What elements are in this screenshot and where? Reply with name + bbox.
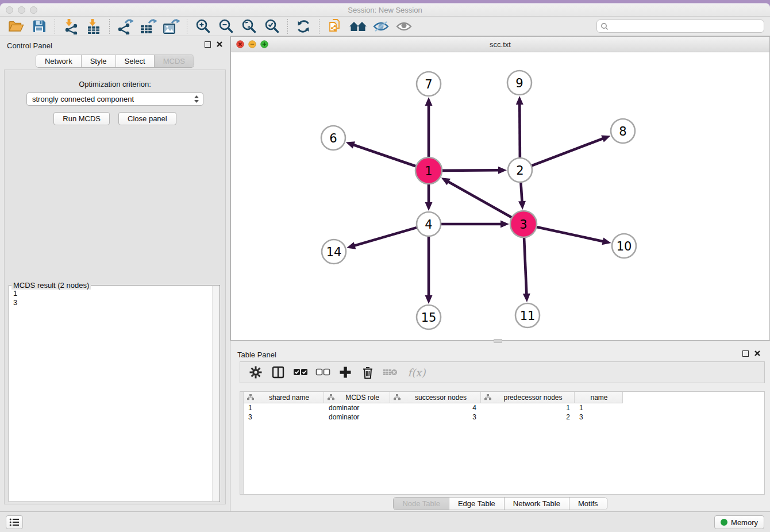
graph-node-label: 3 — [519, 218, 527, 232]
column-header-successor-nodes[interactable]: successor nodes — [390, 392, 481, 403]
home-view-button[interactable] — [348, 18, 368, 35]
column-header-shared-name[interactable]: shared name — [244, 392, 324, 403]
edge-2-3[interactable] — [521, 182, 522, 202]
column-header-name[interactable]: name — [575, 392, 623, 403]
network-canvas[interactable]: 7968124314101511 — [231, 52, 769, 340]
zoom-selected-button[interactable] — [261, 18, 282, 35]
edge-3-10[interactable] — [536, 227, 603, 241]
tab-network[interactable]: Network — [36, 55, 81, 67]
graph-node-label: 4 — [425, 218, 432, 232]
tab-network-table[interactable]: Network Table — [504, 498, 569, 510]
optimization-criterion-label: Optimization criterion: — [5, 80, 225, 88]
table-panel: Table Panel — [230, 345, 770, 512]
task-history-button[interactable] — [6, 515, 23, 529]
import-network-icon — [63, 18, 79, 34]
tab-select[interactable]: Select — [116, 55, 154, 67]
mcds-result-line: 3 — [13, 298, 220, 307]
criterion-dropdown[interactable]: strongly connected component — [26, 92, 203, 106]
duplicate-network-button[interactable] — [325, 18, 345, 35]
graph-node-label: 7 — [425, 78, 432, 91]
arrowhead-icon — [500, 221, 509, 228]
toolbar-separator — [187, 19, 187, 34]
cell-shared-name[interactable]: 1 — [244, 403, 324, 413]
hide-selected-button[interactable] — [371, 18, 391, 35]
arrowhead-icon — [425, 202, 433, 211]
column-header-MCDS-role[interactable]: MCDS role — [324, 392, 390, 403]
result-scrollbar[interactable] — [212, 286, 220, 501]
float-panel-icon[interactable] — [205, 41, 211, 48]
table-settings-button[interactable] — [247, 364, 264, 381]
fx-icon: f(x) — [408, 367, 426, 379]
tab-motifs[interactable]: Motifs — [569, 498, 607, 510]
status-bar: Memory — [0, 511, 770, 532]
plus-icon — [339, 366, 352, 379]
control-panel-title: Control Panel — [7, 41, 52, 50]
cell-name[interactable]: 1 — [575, 403, 623, 413]
close-table-panel-icon[interactable] — [754, 350, 761, 357]
graph-node-label: 11 — [520, 309, 536, 323]
cell-shared-name[interactable]: 3 — [244, 413, 324, 422]
delete-column-button[interactable] — [359, 364, 376, 381]
export-network-button[interactable] — [115, 18, 136, 35]
open-folder-icon — [8, 19, 24, 34]
create-column-button[interactable] — [337, 364, 354, 381]
memory-button[interactable]: Memory — [714, 515, 764, 529]
cell-predecessor-nodes[interactable]: 2 — [481, 413, 575, 422]
import-network-button[interactable] — [60, 18, 81, 35]
table-row[interactable]: 1dominator411 — [244, 403, 623, 413]
edge-1-2[interactable] — [442, 170, 499, 171]
cell-MCDS-role[interactable]: dominator — [324, 403, 390, 413]
divider-handle-icon[interactable] — [494, 339, 502, 343]
tab-mcds[interactable]: MCDS — [154, 55, 194, 67]
cell-successor-nodes[interactable]: 4 — [390, 403, 481, 413]
refresh-layout-button[interactable] — [293, 18, 314, 35]
export-table-button[interactable] — [138, 18, 159, 35]
network-window-titlebar[interactable]: scc.txt — [231, 37, 769, 52]
edge-3-11[interactable] — [524, 237, 526, 294]
search-field[interactable] — [596, 20, 764, 33]
edge-4-14[interactable] — [355, 228, 417, 246]
search-input[interactable] — [611, 20, 764, 32]
toolbar-separator — [109, 19, 110, 34]
show-all-button[interactable] — [394, 18, 414, 35]
cell-successor-nodes[interactable]: 3 — [390, 413, 481, 422]
arrowhead-icon — [518, 201, 526, 210]
cell-MCDS-role[interactable]: dominator — [324, 413, 390, 422]
node-table[interactable]: shared nameMCDS rolesuccessor nodesprede… — [240, 391, 765, 495]
table-row[interactable]: 3dominator323 — [244, 413, 623, 422]
zoom-out-icon — [218, 18, 234, 34]
open-session-button[interactable] — [6, 18, 26, 35]
run-mcds-button[interactable]: Run MCDS — [53, 112, 110, 125]
edge-2-9[interactable] — [519, 104, 520, 158]
edge-2-8[interactable] — [532, 138, 603, 165]
zoom-in-button[interactable] — [192, 18, 213, 35]
edge-3-1[interactable] — [448, 182, 512, 218]
graph-node-label: 8 — [619, 125, 626, 138]
export-image-button[interactable] — [161, 18, 182, 35]
close-panel-icon[interactable] — [216, 41, 223, 48]
control-panel-tabs: NetworkStyleSelectMCDS — [36, 55, 194, 68]
network-graph[interactable]: 7968124314101511 — [231, 52, 767, 340]
show-column-panel-button[interactable] — [270, 364, 287, 381]
table-header-row: shared nameMCDS rolesuccessor nodesprede… — [244, 392, 623, 403]
cell-predecessor-nodes[interactable]: 1 — [481, 403, 575, 413]
float-table-panel-icon[interactable] — [742, 350, 749, 357]
split-divider[interactable] — [230, 341, 770, 345]
column-header-predecessor-nodes[interactable]: predecessor nodes — [481, 392, 575, 403]
tab-node-table[interactable]: Node Table — [394, 498, 449, 510]
arrowhead-icon — [523, 294, 530, 302]
tab-edge-table[interactable]: Edge Table — [449, 498, 504, 510]
edge-1-6[interactable] — [353, 145, 416, 167]
tab-style[interactable]: Style — [81, 55, 116, 67]
close-panel-button[interactable]: Close panel — [118, 112, 176, 125]
unselect-all-columns-button[interactable] — [314, 364, 332, 381]
save-session-button[interactable] — [29, 18, 49, 35]
select-all-columns-button[interactable] — [292, 364, 309, 381]
network-window-title: scc.txt — [231, 40, 769, 49]
toolbar-separator — [319, 19, 319, 34]
zoom-out-button[interactable] — [215, 18, 236, 35]
cell-name[interactable]: 3 — [575, 413, 623, 422]
criterion-dropdown-value: strongly connected component — [32, 95, 134, 103]
zoom-fit-button[interactable] — [238, 18, 259, 35]
import-table-button[interactable] — [83, 18, 104, 35]
